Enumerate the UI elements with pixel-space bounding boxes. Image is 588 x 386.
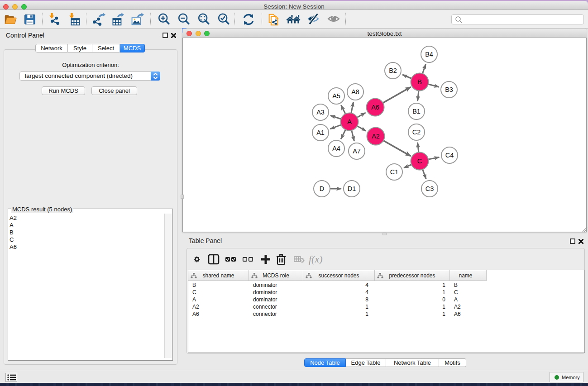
svg-text:A2: A2 bbox=[372, 133, 380, 140]
svg-text:A: A bbox=[347, 118, 352, 125]
svg-text:B4: B4 bbox=[425, 51, 433, 58]
svg-text:A3: A3 bbox=[316, 109, 325, 116]
svg-text:C3: C3 bbox=[425, 185, 434, 192]
svg-text:A5: A5 bbox=[332, 92, 340, 100]
svg-text:C1: C1 bbox=[390, 168, 399, 176]
svg-text:B: B bbox=[417, 78, 422, 86]
svg-text:B2: B2 bbox=[389, 67, 397, 74]
svg-text:A6: A6 bbox=[371, 104, 379, 111]
svg-text:D1: D1 bbox=[348, 185, 356, 192]
svg-text:f(x): f(x) bbox=[309, 253, 323, 265]
svg-text:C: C bbox=[417, 157, 422, 165]
svg-text:A1: A1 bbox=[316, 129, 325, 136]
svg-text:A7: A7 bbox=[353, 148, 361, 155]
svg-text:A8: A8 bbox=[351, 88, 359, 95]
svg-text:B1: B1 bbox=[412, 108, 421, 115]
svg-text:A4: A4 bbox=[332, 145, 340, 152]
svg-text:D: D bbox=[320, 185, 324, 192]
svg-text:B3: B3 bbox=[445, 86, 453, 93]
svg-text:C2: C2 bbox=[412, 129, 421, 136]
svg-text:C4: C4 bbox=[445, 152, 454, 159]
